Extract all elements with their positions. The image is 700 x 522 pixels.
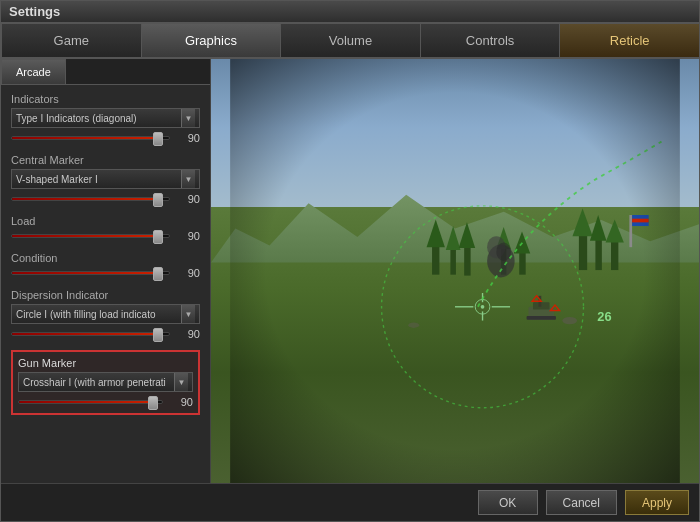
left-panel: Arcade Indicators Type I Indicators (dia…: [1, 59, 211, 483]
central-marker-slider-row: 90: [11, 193, 200, 205]
dispersion-slider[interactable]: [11, 332, 170, 336]
tab-game[interactable]: Game: [1, 23, 142, 57]
indicators-group: Indicators Type I Indicators (diagonal) …: [11, 93, 200, 144]
load-slider[interactable]: [11, 234, 170, 238]
tab-graphics[interactable]: Graphics: [142, 23, 282, 57]
sub-tab-bar: Arcade: [1, 59, 210, 85]
gun-marker-dropdown[interactable]: Crosshair I (with armor penetrati ▼: [18, 372, 193, 392]
dispersion-slider-row: 90: [11, 328, 200, 340]
cancel-button[interactable]: Cancel: [546, 490, 617, 515]
load-label: Load: [11, 215, 200, 227]
right-panel: 26: [211, 59, 699, 483]
indicators-dropdown-arrow[interactable]: ▼: [181, 109, 195, 127]
dispersion-slider-value: 90: [176, 328, 200, 340]
indicators-label: Indicators: [11, 93, 200, 105]
dispersion-dropdown-arrow[interactable]: ▼: [181, 305, 195, 323]
indicators-slider-value: 90: [176, 132, 200, 144]
gun-marker-group: Gun Marker Crosshair I (with armor penet…: [11, 350, 200, 415]
central-marker-dropdown-container: V-shaped Marker I ▼: [11, 169, 200, 189]
indicators-slider[interactable]: [11, 136, 170, 140]
gun-marker-value: Crosshair I (with armor penetrati: [23, 377, 174, 388]
sub-tab-arcade[interactable]: Arcade: [1, 59, 66, 84]
scene-svg: 26: [211, 59, 699, 483]
gun-marker-slider-value: 90: [169, 396, 193, 408]
gun-marker-label: Gun Marker: [18, 357, 193, 369]
dispersion-label: Dispersion Indicator: [11, 289, 200, 301]
condition-group: Condition 90: [11, 252, 200, 279]
central-marker-value: V-shaped Marker I: [16, 174, 181, 185]
main-content: Arcade Indicators Type I Indicators (dia…: [1, 59, 699, 483]
dispersion-value: Circle I (with filling load indicato: [16, 309, 181, 320]
apply-button[interactable]: Apply: [625, 490, 689, 515]
condition-label: Condition: [11, 252, 200, 264]
bottom-bar: OK Cancel Apply: [1, 483, 699, 521]
central-marker-slider-value: 90: [176, 193, 200, 205]
load-group: Load 90: [11, 215, 200, 242]
central-marker-label: Central Marker: [11, 154, 200, 166]
central-marker-group: Central Marker V-shaped Marker I ▼ 90: [11, 154, 200, 205]
gun-marker-slider[interactable]: [18, 400, 163, 404]
indicators-dropdown[interactable]: Type I Indicators (diagonal) ▼: [11, 108, 200, 128]
tab-volume[interactable]: Volume: [281, 23, 421, 57]
gun-marker-dropdown-arrow[interactable]: ▼: [174, 373, 188, 391]
dispersion-dropdown[interactable]: Circle I (with filling load indicato ▼: [11, 304, 200, 324]
settings-content: Indicators Type I Indicators (diagonal) …: [1, 85, 210, 483]
ok-button[interactable]: OK: [478, 490, 538, 515]
dispersion-dropdown-container: Circle I (with filling load indicato ▼: [11, 304, 200, 324]
dispersion-group: Dispersion Indicator Circle I (with fill…: [11, 289, 200, 340]
game-preview: 26: [211, 59, 699, 483]
central-marker-dropdown[interactable]: V-shaped Marker I ▼: [11, 169, 200, 189]
indicators-value: Type I Indicators (diagonal): [16, 113, 181, 124]
load-slider-value: 90: [176, 230, 200, 242]
tab-bar: Game Graphics Volume Controls Reticle: [1, 23, 699, 59]
condition-slider-value: 90: [176, 267, 200, 279]
condition-slider[interactable]: [11, 271, 170, 275]
gun-marker-dropdown-container: Crosshair I (with armor penetrati ▼: [18, 372, 193, 392]
svg-rect-38: [230, 59, 680, 483]
central-marker-dropdown-arrow[interactable]: ▼: [181, 170, 195, 188]
condition-slider-row: 90: [11, 267, 200, 279]
window-title: Settings: [9, 4, 60, 19]
load-slider-row: 90: [11, 230, 200, 242]
central-marker-slider[interactable]: [11, 197, 170, 201]
tab-controls[interactable]: Controls: [421, 23, 561, 57]
indicators-dropdown-container: Type I Indicators (diagonal) ▼: [11, 108, 200, 128]
title-bar: Settings: [1, 1, 699, 23]
settings-window: Settings Game Graphics Volume Controls R…: [0, 0, 700, 522]
gun-marker-slider-row: 90: [18, 396, 193, 408]
indicators-slider-row: 90: [11, 132, 200, 144]
tab-reticle[interactable]: Reticle: [560, 23, 699, 57]
